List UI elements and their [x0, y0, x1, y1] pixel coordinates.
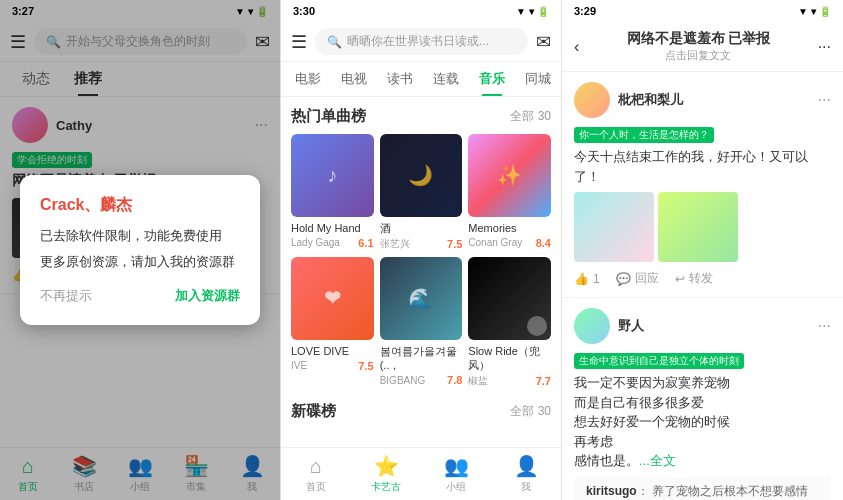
dismiss-btn[interactable]: 不再提示	[40, 287, 92, 305]
nav-discover-2[interactable]: ⭐ 卡艺古	[351, 454, 421, 494]
social-actions-1: 👍 1 💬 回应 ↩ 转发	[574, 270, 831, 287]
panel3-header: ‹ 网络不是遮羞布 已举报 点击回复文文 ···	[562, 22, 843, 72]
music-artist-0: Lady Gaga	[291, 237, 340, 248]
more-link[interactable]: ...全文	[639, 453, 676, 468]
panel-3: 3:29 ▼ ▾ 🔋 ‹ 网络不是遮羞布 已举报 点击回复文文 ··· 枇杷和梨…	[562, 0, 843, 500]
music-name-3: LOVE DIVE	[291, 344, 374, 358]
search-box-2[interactable]: 🔍 晒晒你在世界读书日读或...	[315, 28, 528, 55]
popup-overlay: Crack、麟杰 已去除软件限制，功能免费使用 更多原创资源，请加入我的资源群 …	[0, 0, 280, 500]
status-time-2: 3:30	[293, 5, 315, 17]
music-card-5[interactable]: Slow Ride（兜风） 椒盐 7.7	[468, 257, 551, 388]
music-score-4: 7.8	[447, 374, 462, 386]
more-dots-4[interactable]: ···	[818, 317, 831, 335]
music-thumb-5	[468, 257, 551, 340]
repost-btn-3[interactable]: ↩ 转发	[675, 270, 713, 287]
social-feed: 枇杷和梨儿 ··· 你一个人时，生活是怎样的？ 今天十点结束工作的我，好开心！又…	[562, 72, 843, 500]
tab2-tv[interactable]: 电视	[331, 62, 377, 96]
social-post-1: 枇杷和梨儿 ··· 你一个人时，生活是怎样的？ 今天十点结束工作的我，好开心！又…	[562, 72, 843, 298]
music-thumb-4: 🌊	[380, 257, 463, 340]
comment-1: kiritsugo： 养了宠物之后根本不想要感情哈哈哈哈	[574, 477, 831, 501]
music-score-3: 7.5	[358, 360, 373, 372]
nav-discover-label-2: 卡艺古	[371, 480, 401, 494]
music-artist-4: BIGBANG	[380, 375, 426, 386]
discover-icon-2: ⭐	[374, 454, 399, 478]
like-btn-3[interactable]: 👍 1	[574, 270, 600, 287]
tab2-nearby[interactable]: 同城	[515, 62, 561, 96]
reply-label-3: 回应	[635, 270, 659, 287]
nav-home-label-2: 首页	[306, 480, 326, 494]
music-thumb-1: 🌙	[380, 134, 463, 217]
social-img-2	[658, 192, 738, 262]
music-card-4[interactable]: 🌊 봄여름가을겨울 (..， BIGBANG 7.8	[380, 257, 463, 388]
music-name-1: 酒	[380, 221, 463, 235]
wifi-icon-2: ▾	[529, 6, 534, 17]
wifi-icon-3: ▾	[811, 6, 816, 17]
comment-user-1: kiritsugo	[586, 484, 637, 498]
me-icon-2: 👤	[514, 454, 539, 478]
music-score-2: 8.4	[536, 237, 551, 249]
music-artist-1: 张艺兴	[380, 237, 410, 251]
music-score-5: 7.7	[536, 375, 551, 387]
music-card-0[interactable]: ♪ Hold My Hand Lady Gaga 6.1	[291, 134, 374, 251]
hot-chart-header: 热门单曲榜 全部 30	[291, 107, 551, 126]
social-tag-1: 你一个人时，生活是怎样的？	[574, 127, 714, 143]
music-name-5: Slow Ride（兜风）	[468, 344, 551, 373]
signal-icon-2: ▼	[516, 6, 526, 17]
nav-group-label-2: 小组	[446, 480, 466, 494]
music-grid-hot: ♪ Hold My Hand Lady Gaga 6.1 🌙 酒 张艺兴 7.5	[291, 134, 551, 388]
avatar-user1	[574, 82, 610, 118]
hot-chart-more[interactable]: 全部 30	[510, 108, 551, 125]
battery-icon-3: 🔋	[819, 6, 831, 17]
music-card-2[interactable]: ✨ Memories Conan Gray 8.4	[468, 134, 551, 251]
music-name-4: 봄여름가을겨울 (..，	[380, 344, 463, 373]
home-icon-2: ⌂	[310, 455, 322, 478]
music-card-1[interactable]: 🌙 酒 张艺兴 7.5	[380, 134, 463, 251]
new-chart-more[interactable]: 全部 30	[510, 403, 551, 420]
panel-1: 3:27 ▼ ▾ 🔋 ☰ 🔍 开始与父母交换角色的时刻 ✉ 动态 推荐 Cath…	[0, 0, 281, 500]
tab2-music[interactable]: 音乐	[469, 62, 515, 96]
back-btn[interactable]: ‹	[574, 38, 579, 56]
tab2-serial[interactable]: 连载	[423, 62, 469, 96]
search-placeholder-2: 晒晒你在世界读书日读或...	[347, 33, 489, 50]
music-artist-3: IVE	[291, 360, 307, 371]
music-thumb-3: ❤	[291, 257, 374, 340]
mail-icon-2[interactable]: ✉	[536, 31, 551, 53]
social-name-1: 枇杷和梨儿	[618, 91, 683, 109]
status-time-3: 3:29	[574, 5, 596, 17]
repost-icon-3: ↩	[675, 272, 685, 286]
three-dots-3[interactable]: ···	[818, 38, 831, 56]
like-count-3: 1	[593, 272, 600, 286]
more-dots-3[interactable]: ···	[818, 91, 831, 109]
nav-me-label-2: 我	[521, 480, 531, 494]
nav-group-2[interactable]: 👥 小组	[421, 454, 491, 494]
music-content: 热门单曲榜 全部 30 ♪ Hold My Hand Lady Gaga 6.1…	[281, 97, 561, 447]
social-img-1	[574, 192, 654, 262]
popup-line-1: 已去除软件限制，功能免费使用	[40, 226, 240, 246]
signal-icon-3: ▼	[798, 6, 808, 17]
header-title-3: 网络不是遮羞布 已举报	[587, 30, 809, 48]
reply-btn-3[interactable]: 💬 回应	[616, 270, 659, 287]
tab2-book[interactable]: 读书	[377, 62, 423, 96]
social-text-2: 我一定不要因为寂寞养宠物 而是自己有很多很多爱 想去好好爱一个宠物的时候 再考虑…	[574, 373, 831, 471]
status-icons-3: ▼ ▾ 🔋	[798, 6, 831, 17]
bottom-nav-2: ⌂ 首页 ⭐ 卡艺古 👥 小组 👤 我	[281, 447, 561, 500]
panel-2: 3:30 ▼ ▾ 🔋 ☰ 🔍 晒晒你在世界读书日读或... ✉ 电影 电视 读书…	[281, 0, 562, 500]
reply-icon-3: 💬	[616, 272, 631, 286]
menu-icon-2[interactable]: ☰	[291, 31, 307, 53]
join-btn[interactable]: 加入资源群	[175, 287, 240, 305]
popup-title: Crack、麟杰	[40, 195, 240, 216]
social-name-2: 野人	[618, 317, 644, 335]
music-card-3[interactable]: ❤ LOVE DIVE IVE 7.5	[291, 257, 374, 388]
nav-home-2[interactable]: ⌂ 首页	[281, 454, 351, 494]
tabs-2: 电影 电视 读书 连载 音乐 同城	[281, 62, 561, 97]
music-artist-2: Conan Gray	[468, 237, 522, 248]
social-tag-2: 生命中意识到自己是独立个体的时刻	[574, 353, 744, 369]
nav-me-2[interactable]: 👤 我	[491, 454, 561, 494]
social-post-2: 野人 ··· 生命中意识到自己是独立个体的时刻 我一定不要因为寂寞养宠物 而是自…	[562, 298, 843, 500]
tab2-movie[interactable]: 电影	[285, 62, 331, 96]
music-score-1: 7.5	[447, 238, 462, 250]
reported-tag: 点击回复文文	[587, 48, 809, 63]
popup-actions: 不再提示 加入资源群	[40, 287, 240, 305]
popup-card: Crack、麟杰 已去除软件限制，功能免费使用 更多原创资源，请加入我的资源群 …	[20, 175, 260, 325]
status-bar-3: 3:29 ▼ ▾ 🔋	[562, 0, 843, 22]
